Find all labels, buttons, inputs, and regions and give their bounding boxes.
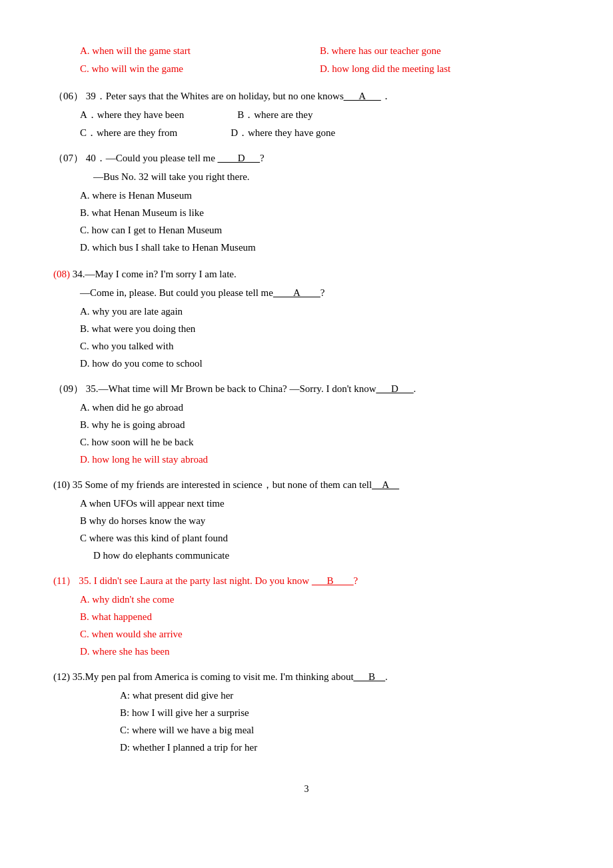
q12-question: (12) 35.My pen pal from America is comin… <box>53 669 560 685</box>
q06-optA: A．where they have been <box>80 107 184 123</box>
q10-answer: __A__ <box>372 479 399 490</box>
option-38b: B. where has our teacher gone <box>320 43 560 59</box>
q08-answer: ____A____ <box>273 287 320 298</box>
q10-num: (10) <box>53 479 70 490</box>
option-38d: D. how long did the meeting last <box>320 61 560 77</box>
q12-optD: D: whether I planned a trip for her <box>120 739 560 755</box>
q12-end: . <box>385 671 388 682</box>
q07-optC: C. how can I get to Henan Museum <box>80 222 560 238</box>
option-38d-text: how long did the meeting last <box>332 63 450 74</box>
q10-block: (10) 35 Some of my friends are intereste… <box>53 477 560 563</box>
option-38c: C. who will win the game <box>80 61 320 77</box>
q11-optC: C. when would she arrive <box>80 626 560 642</box>
q07-answer: ____D___ <box>218 153 260 163</box>
q07-sub: —Bus No. 32 will take you right there. <box>93 169 560 185</box>
q10-body: 35 Some of my friends are interested in … <box>73 479 372 490</box>
q07-optD: D. which bus I shall take to Henan Museu… <box>80 239 560 255</box>
q10-optB: B why do horses know the way <box>80 513 560 529</box>
q09-options: A. when did he go abroad B. why he is go… <box>80 399 560 467</box>
q09-optA: A. when did he go abroad <box>80 399 560 415</box>
q06-block: （06） 39．Peter says that the Whites are o… <box>53 88 560 141</box>
q10-question: (10) 35 Some of my friends are intereste… <box>53 477 560 493</box>
option-38a: A. when will the game start <box>80 43 320 59</box>
q11-optD: D. where she has been <box>80 643 560 659</box>
q06-body: 39．Peter says that the Whites are on hol… <box>86 91 344 101</box>
q06-end: ． <box>381 91 391 101</box>
q12-optA: A: what present did give her <box>120 687 560 703</box>
q11-options: A. why didn't she come B. what happened … <box>80 591 560 659</box>
q08-sub: —Come in, please. But could you please t… <box>80 285 560 301</box>
q09-block: （09） 35.—What time will Mr Brown be back… <box>53 381 560 467</box>
q12-body: 35.My pen pal from America is coming to … <box>73 671 354 682</box>
q06-row2: C．where are they from D．where they have … <box>80 125 560 141</box>
q06-optD: D．where they have gone <box>231 125 335 141</box>
q06-num: （06） <box>53 91 83 101</box>
q09-end: . <box>413 383 416 394</box>
q08-block: (08) 34.—May I come in? I'm sorry I am l… <box>53 266 560 371</box>
option-38d-label: D. <box>320 63 332 74</box>
q07-question: （07） 40．—Could you please tell me ____D_… <box>53 150 560 166</box>
page-number: 3 <box>53 782 560 797</box>
option-38a-label: A. <box>80 45 92 56</box>
q07-options: A. where is Henan Museum B. what Henan M… <box>80 187 560 255</box>
q09-optC: C. how soon will he be back <box>80 434 560 450</box>
q08-optB: B. what were you doing then <box>80 321 560 337</box>
q11-optB: B. what happened <box>80 609 560 625</box>
q10-optA: A when UFOs will appear next time <box>80 495 560 511</box>
q07-block: （07） 40．—Could you please tell me ____D_… <box>53 150 560 255</box>
q06-options: A．where they have been B．where are they … <box>80 107 560 141</box>
q11-body: 35. I didn't see Laura at the party last… <box>79 575 312 586</box>
q07-end: ? <box>260 153 265 163</box>
option-38c-label: C. <box>80 63 92 74</box>
option-38b-text: where has our teacher gone <box>332 45 441 56</box>
q12-num: (12) <box>53 671 70 682</box>
q06-question: （06） 39．Peter says that the Whites are o… <box>53 88 560 104</box>
q10-optC: C where was this kind of plant found <box>80 530 560 546</box>
q09-optD: D. how long he will stay abroad <box>80 451 560 467</box>
q12-options: A: what present did give her B: how I wi… <box>80 687 560 755</box>
q38-options-grid: A. when will the game start B. where has… <box>80 43 560 79</box>
q11-end: ? <box>353 575 358 586</box>
q06-optB: B．where are they <box>237 107 312 123</box>
q08-optA: A. why you are late again <box>80 303 560 319</box>
q06-answer: ___A___ <box>344 91 381 101</box>
q11-num: (11） <box>53 575 76 586</box>
option-38a-text: when will the game start <box>92 45 190 56</box>
q08-options: A. why you are late again B. what were y… <box>80 303 560 371</box>
q11-answer: ___B____ <box>312 575 354 586</box>
q10-optD: D how do elephants communicate <box>93 547 560 563</box>
q12-optB: B: how I will give her a surprise <box>120 705 560 721</box>
q08-question: (08) 34.—May I come in? I'm sorry I am l… <box>53 266 560 282</box>
q07-optB: B. what Henan Museum is like <box>80 205 560 221</box>
q07-optA: A. where is Henan Museum <box>80 187 560 203</box>
q07-num: （07） <box>53 153 83 163</box>
q12-block: (12) 35.My pen pal from America is comin… <box>53 669 560 755</box>
q08-optC: C. who you talked with <box>80 338 560 354</box>
q08-optD: D. how do you come to school <box>80 355 560 371</box>
q11-question: (11） 35. I didn't see Laura at the party… <box>53 573 560 589</box>
q09-answer: ___D___ <box>376 383 414 394</box>
option-38b-label: B. <box>320 45 332 56</box>
q10-options: A when UFOs will appear next time B why … <box>80 495 560 563</box>
q08-num: (08) <box>53 269 70 279</box>
q11-block: (11） 35. I didn't see Laura at the party… <box>53 573 560 659</box>
q08-body: 34.—May I come in? I'm sorry I am late. <box>73 269 237 279</box>
q07-body: 40．—Could you please tell me <box>86 153 218 163</box>
q06-optC: C．where are they from <box>80 125 177 141</box>
option-38c-text: who will win the game <box>92 63 183 74</box>
q06-row1: A．where they have been B．where are they <box>80 107 560 123</box>
q09-optB: B. why he is going abroad <box>80 417 560 433</box>
q09-body: 35.—What time will Mr Brown be back to C… <box>86 383 376 394</box>
q09-question: （09） 35.—What time will Mr Brown be back… <box>53 381 560 397</box>
q38-options-block: A. when will the game start B. where has… <box>53 43 560 79</box>
q09-num: （09） <box>53 383 83 394</box>
q12-answer: ___B__ <box>354 671 386 682</box>
q11-optA: A. why didn't she come <box>80 591 560 607</box>
q12-optC: C: where will we have a big meal <box>120 722 560 738</box>
